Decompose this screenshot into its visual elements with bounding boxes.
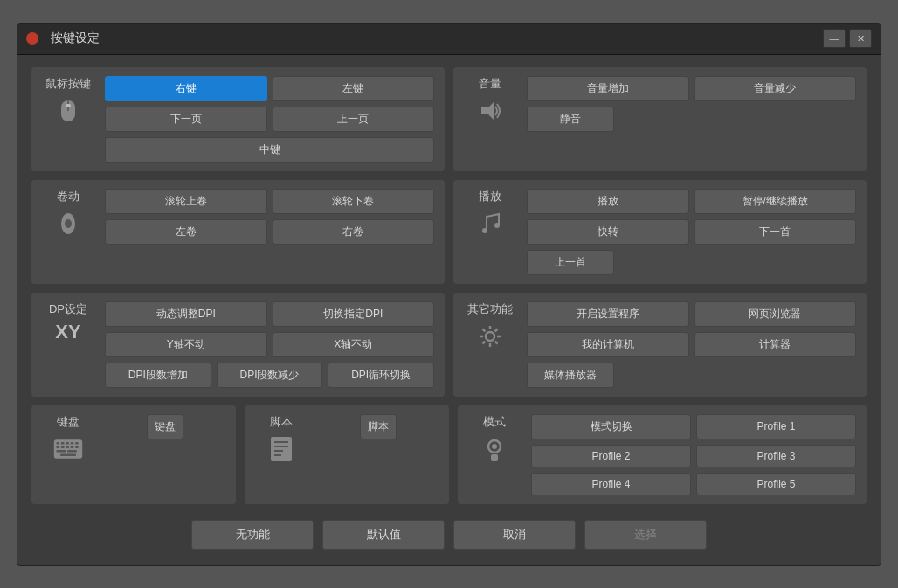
btn-next-page[interactable]: 下一页 xyxy=(105,107,267,132)
svg-rect-19 xyxy=(61,441,65,444)
close-button[interactable]: ✕ xyxy=(849,29,872,48)
btn-cancel[interactable]: 取消 xyxy=(453,520,576,550)
content-area: 鼠标按键 右键 左键 下一页 上一页 中键 xyxy=(17,55,881,565)
btn-dpi-inc[interactable]: DPI段数增加 xyxy=(105,363,211,388)
btn-profile5[interactable]: Profile 5 xyxy=(696,473,856,495)
svg-line-15 xyxy=(495,329,498,331)
btn-right-click[interactable]: 右键 xyxy=(105,76,267,101)
btn-mode-switch[interactable]: 模式切换 xyxy=(531,414,691,439)
btn-profile4[interactable]: Profile 4 xyxy=(531,473,691,495)
svg-rect-21 xyxy=(71,441,74,444)
volume-buttons-grid: 音量增加 音量减少 静音 xyxy=(527,76,856,132)
footer: 无功能 默认值 取消 选择 xyxy=(31,513,867,553)
other-icon-area: 其它功能 xyxy=(464,301,516,352)
btn-dpi-x-fixed[interactable]: X轴不动 xyxy=(273,332,435,357)
window-controls: — ✕ xyxy=(823,29,872,48)
scroll-icon-area: 卷动 xyxy=(42,189,94,239)
btn-default[interactable]: 默认值 xyxy=(322,520,445,550)
svg-rect-29 xyxy=(67,449,77,452)
btn-dpi-dec[interactable]: DPI段数减少 xyxy=(217,363,323,388)
btn-browser[interactable]: 网页浏览器 xyxy=(694,301,857,327)
btn-media-player[interactable]: 媒体播放器 xyxy=(527,363,614,388)
mouse-buttons-grid: 右键 左键 下一页 上一页 中键 xyxy=(105,76,434,163)
minimize-button[interactable]: — xyxy=(823,29,846,48)
svg-rect-18 xyxy=(57,441,60,444)
btn-profile2[interactable]: Profile 2 xyxy=(531,445,691,467)
other-panel: 其它功能 xyxy=(453,293,867,397)
svg-rect-30 xyxy=(60,453,76,456)
btn-fast-forward[interactable]: 快转 xyxy=(527,219,689,245)
svg-rect-28 xyxy=(57,449,66,452)
svg-point-38 xyxy=(492,444,497,449)
bottom-panels: 键盘 xyxy=(31,405,867,504)
keyboard-icon xyxy=(52,433,84,465)
playback-icon-area: 播放 xyxy=(464,189,516,239)
btn-dpi-dynamic[interactable]: 动态调整DPI xyxy=(105,301,267,327)
btn-mute[interactable]: 静音 xyxy=(527,107,614,132)
svg-rect-37 xyxy=(491,454,498,461)
keyboard-panel: 键盘 xyxy=(31,405,236,504)
mouse-icon-area: 鼠标按键 xyxy=(42,76,94,127)
btn-dpi-y-fixed[interactable]: Y轴不动 xyxy=(105,332,267,357)
btn-prev-page[interactable]: 上一页 xyxy=(273,107,435,132)
dpi-icon-area: DP设定 XY xyxy=(42,301,94,343)
btn-dpi-switch[interactable]: 切换指定DPI xyxy=(273,301,435,327)
btn-next-track[interactable]: 下一首 xyxy=(694,219,857,245)
btn-open-settings[interactable]: 开启设置程序 xyxy=(527,301,689,327)
svg-marker-3 xyxy=(481,102,494,120)
volume-label: 音量 xyxy=(479,76,501,92)
btn-middle-click[interactable]: 中键 xyxy=(105,137,434,163)
volume-panel: 音量 音量增加 音量减少 静音 xyxy=(453,67,867,171)
mode-buttons-grid: 模式切换 Profile 1 Profile 2 Profile 3 Profi… xyxy=(531,414,856,495)
mode-icon-area: 模式 xyxy=(468,414,521,465)
btn-play[interactable]: 播放 xyxy=(527,189,689,214)
svg-point-5 xyxy=(65,219,72,228)
btn-profile1[interactable]: Profile 1 xyxy=(696,414,856,439)
dpi-label: DP设定 xyxy=(49,301,87,317)
btn-calculator[interactable]: 计算器 xyxy=(694,332,857,357)
main-window: 按键设定 — ✕ 鼠标按键 右键 左键 下一页 xyxy=(17,23,881,566)
btn-scroll-right[interactable]: 右卷 xyxy=(273,219,435,245)
mouse-label: 鼠标按键 xyxy=(45,76,91,92)
btn-vol-up[interactable]: 音量增加 xyxy=(527,76,689,101)
btn-keyboard[interactable]: 键盘 xyxy=(147,414,183,439)
gear-icon xyxy=(474,321,506,352)
btn-left-click[interactable]: 左键 xyxy=(273,76,435,101)
svg-line-16 xyxy=(483,341,486,343)
svg-point-6 xyxy=(482,228,487,233)
dpi-3col: DPI段数增加 DPI段数减少 DPI循环切换 xyxy=(105,363,434,388)
btn-script[interactable]: 脚本 xyxy=(360,414,397,439)
btn-no-function[interactable]: 无功能 xyxy=(191,520,314,550)
music-icon xyxy=(474,208,506,239)
btn-profile3[interactable]: Profile 3 xyxy=(696,445,856,467)
playback-label: 播放 xyxy=(479,189,501,204)
svg-point-8 xyxy=(486,332,494,341)
close-dot xyxy=(26,32,38,45)
scroll-icon xyxy=(52,208,84,239)
dpi-buttons-grid: 动态调整DPI 切换指定DPI Y轴不动 X轴不动 DPI段数增加 DPI段数减… xyxy=(105,301,434,388)
btn-my-computer[interactable]: 我的计算机 xyxy=(527,332,689,357)
btn-pause[interactable]: 暂停/继续播放 xyxy=(694,189,857,214)
other-buttons-grid: 开启设置程序 网页浏览器 我的计算机 计算器 媒体播放器 xyxy=(527,301,856,388)
script-label: 脚本 xyxy=(270,414,293,430)
titlebar: 按键设定 — ✕ xyxy=(17,24,881,55)
btn-select[interactable]: 选择 xyxy=(584,520,707,550)
mode-icon xyxy=(479,433,510,465)
btn-scroll-left[interactable]: 左卷 xyxy=(105,219,267,245)
playback-panel: 播放 播放 暂停/继续播放 快转 下一首 上一首 xyxy=(453,180,867,284)
mouse-icon xyxy=(52,95,84,127)
btn-scroll-down[interactable]: 滚轮下卷 xyxy=(273,189,435,214)
btn-prev-track[interactable]: 上一首 xyxy=(527,250,614,275)
script-btn-area: 脚本 xyxy=(318,414,439,439)
svg-rect-20 xyxy=(66,441,69,444)
main-panels-grid: 鼠标按键 右键 左键 下一页 上一页 中键 xyxy=(31,67,867,397)
btn-vol-down[interactable]: 音量减少 xyxy=(694,76,857,101)
btn-dpi-cycle[interactable]: DPI循环切换 xyxy=(328,363,434,388)
volume-icon-area: 音量 xyxy=(464,76,516,127)
mode-panel: 模式 模式切换 Profile 1 Profile 2 Profile 3 Pr… xyxy=(458,405,867,504)
btn-scroll-up[interactable]: 滚轮上卷 xyxy=(105,189,267,214)
script-icon-area: 脚本 xyxy=(255,414,307,465)
svg-rect-25 xyxy=(66,446,69,448)
window-title: 按键设定 xyxy=(44,31,823,46)
svg-rect-2 xyxy=(66,104,71,107)
